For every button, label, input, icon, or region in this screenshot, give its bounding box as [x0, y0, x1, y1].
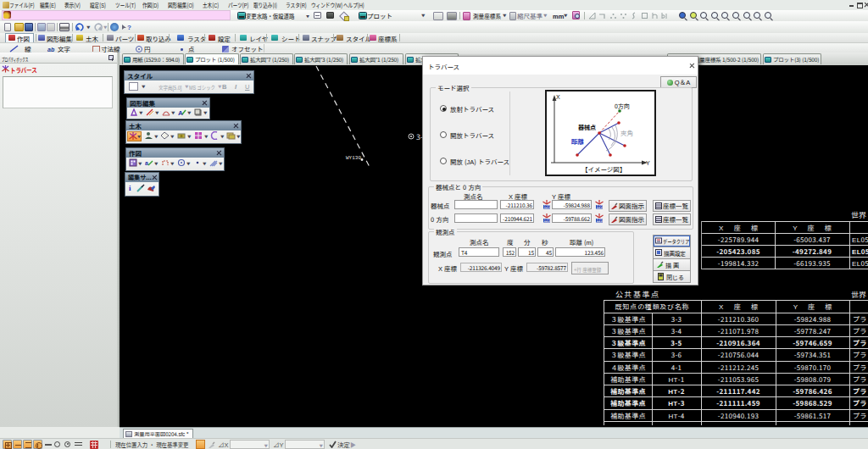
- svg-text:123: 123: [597, 205, 604, 209]
- svg-text:123: 123: [597, 219, 604, 223]
- svg-text:a: a: [145, 158, 148, 167]
- svg-text:123: 123: [544, 219, 551, 223]
- svg-text:A: A: [178, 108, 183, 116]
- svg-text:123: 123: [544, 205, 551, 209]
